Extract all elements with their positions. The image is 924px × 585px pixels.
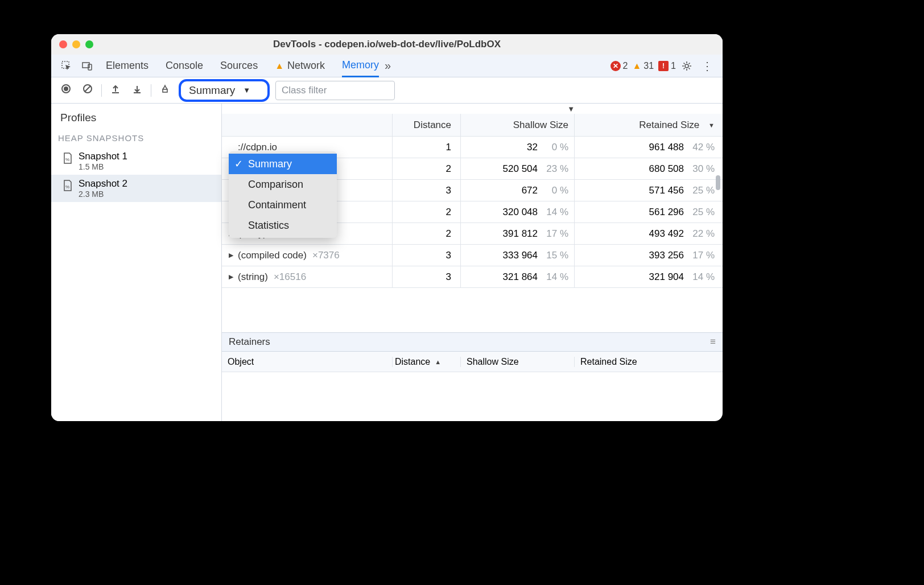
gc-button[interactable] <box>157 84 173 97</box>
snapshot-item[interactable]: % Snapshot 2 2.3 MB <box>51 175 221 202</box>
cell-retained: 321 904 <box>649 271 684 283</box>
constructor-name: (compiled code) <box>238 250 307 261</box>
cell-retained-pct: 25 % <box>690 207 715 218</box>
svg-text:%: % <box>65 184 69 189</box>
constructor-name: (string) <box>238 271 268 283</box>
clear-button[interactable] <box>80 84 96 97</box>
tab-elements[interactable]: Elements <box>106 55 148 77</box>
snapshot-size: 2.3 MB <box>79 189 127 199</box>
retainers-empty-body <box>222 372 723 421</box>
tab-sources-label: Sources <box>220 60 258 72</box>
cell-shallow-pct: 0 % <box>543 185 568 196</box>
table-row[interactable]: ▶(compiled code)×7376 3 333 96415 % 393 … <box>222 245 723 266</box>
cell-distance: 2 <box>446 207 451 218</box>
error-count: 2 <box>623 61 628 71</box>
svg-point-5 <box>64 86 68 91</box>
filter-indicator-icon[interactable]: ▼ <box>567 105 575 113</box>
col-shallow-size[interactable]: Shallow Size <box>461 114 575 136</box>
warning-count: 31 <box>644 61 654 71</box>
cell-retained-pct: 25 % <box>690 185 715 196</box>
load-profile-icon[interactable] <box>108 84 123 97</box>
cell-shallow-pct: 0 % <box>543 142 568 153</box>
cell-retained: 393 256 <box>649 250 684 261</box>
inspect-element-icon[interactable] <box>57 57 76 75</box>
cell-shallow: 321 864 <box>503 271 538 283</box>
error-counter[interactable]: ✕2 <box>610 61 628 71</box>
error-icon: ✕ <box>610 61 621 71</box>
retainers-title: Retainers <box>229 336 270 348</box>
memory-toolbar: Summary ▼ <box>51 77 723 104</box>
snapshot-name: Snapshot 1 <box>79 151 127 162</box>
cell-distance: 3 <box>446 250 451 261</box>
issues-counter[interactable]: !1 <box>658 61 676 71</box>
tab-console[interactable]: Console <box>166 55 203 77</box>
record-button[interactable] <box>58 84 74 97</box>
retainers-menu-icon[interactable]: ≡ <box>710 336 716 348</box>
snapshot-item[interactable]: % Snapshot 1 1.5 MB <box>51 147 221 175</box>
profiles-sidebar: Profiles HEAP SNAPSHOTS % Snapshot 1 1.5… <box>51 104 222 421</box>
snapshot-icon: % <box>63 152 73 167</box>
window-title: DevTools - codepen.io/web-dot-dev/live/P… <box>51 39 723 50</box>
save-profile-icon[interactable] <box>129 84 145 97</box>
cell-retained-pct: 17 % <box>690 250 715 261</box>
titlebar: DevTools - codepen.io/web-dot-dev/live/P… <box>51 34 723 55</box>
cell-shallow: 333 964 <box>503 250 538 261</box>
ret-col-retained[interactable]: Retained Size <box>575 357 723 367</box>
svg-text:%: % <box>65 157 69 162</box>
cell-distance: 3 <box>446 271 451 283</box>
class-filter-input[interactable] <box>275 81 395 100</box>
tab-network[interactable]: ▲Network <box>275 55 325 77</box>
cell-retained: 571 456 <box>649 185 684 196</box>
constructor-count: ×7376 <box>312 250 340 261</box>
scrollbar-thumb[interactable] <box>716 175 720 190</box>
col-retained-size[interactable]: Retained Size▼ <box>575 114 723 136</box>
menu-item-comparison[interactable]: Comparison <box>229 174 337 195</box>
view-dropdown-label: Summary <box>189 84 235 97</box>
tab-memory-label: Memory <box>342 59 379 71</box>
cell-shallow-pct: 14 % <box>543 207 568 218</box>
col-distance[interactable]: Distance <box>393 114 461 136</box>
svg-rect-2 <box>88 64 92 70</box>
ret-col-shallow[interactable]: Shallow Size <box>461 357 575 367</box>
tab-network-label: Network <box>287 60 325 72</box>
cell-shallow-pct: 15 % <box>543 250 568 261</box>
tab-memory[interactable]: Memory <box>342 55 379 77</box>
cell-retained-pct: 22 % <box>690 228 715 240</box>
more-options-button[interactable]: ⋮ <box>698 57 717 75</box>
menu-item-containment[interactable]: Containment <box>229 195 337 215</box>
cell-retained: 561 296 <box>649 207 684 218</box>
view-dropdown-menu: Summary Comparison Containment Statistic… <box>229 151 337 238</box>
cell-retained-pct: 14 % <box>690 271 715 283</box>
warning-counter[interactable]: ▲31 <box>632 61 654 71</box>
issue-count: 1 <box>671 61 676 71</box>
view-dropdown[interactable]: Summary ▼ <box>179 79 270 102</box>
cell-retained: 961 488 <box>649 142 684 153</box>
ret-col-distance[interactable]: Distance▲ <box>393 357 461 367</box>
cell-shallow: 391 812 <box>503 228 538 240</box>
expand-icon[interactable]: ▶ <box>228 252 234 259</box>
table-row[interactable]: ▶(string)×16516 3 321 86414 % 321 90414 … <box>222 266 723 288</box>
expand-icon[interactable]: ▶ <box>228 273 234 281</box>
constructor-count: ×16516 <box>274 271 306 283</box>
snapshot-icon: % <box>63 179 73 195</box>
menu-item-summary[interactable]: Summary <box>229 154 337 174</box>
sort-asc-icon: ▲ <box>435 359 441 365</box>
menu-item-statistics[interactable]: Statistics <box>229 215 337 236</box>
cell-retained-pct: 30 % <box>690 163 715 175</box>
snapshot-name: Snapshot 2 <box>79 178 127 189</box>
more-tabs-button[interactable]: » <box>385 59 391 72</box>
settings-button[interactable] <box>677 57 696 75</box>
warning-icon: ▲ <box>275 61 284 71</box>
cell-shallow: 520 504 <box>503 163 538 175</box>
cell-distance: 3 <box>446 185 451 196</box>
cell-distance: 2 <box>446 163 451 175</box>
snapshot-size: 1.5 MB <box>79 162 127 171</box>
device-toolbar-icon[interactable] <box>77 57 97 75</box>
svg-rect-10 <box>163 89 167 92</box>
devtools-tabstrip: Elements Console Sources ▲Network Memory… <box>51 55 723 77</box>
svg-line-7 <box>85 86 90 92</box>
col-constructor[interactable] <box>222 114 393 136</box>
tab-sources[interactable]: Sources <box>220 55 258 77</box>
chevron-down-icon: ▼ <box>243 86 250 94</box>
ret-col-object[interactable]: Object <box>222 357 393 367</box>
